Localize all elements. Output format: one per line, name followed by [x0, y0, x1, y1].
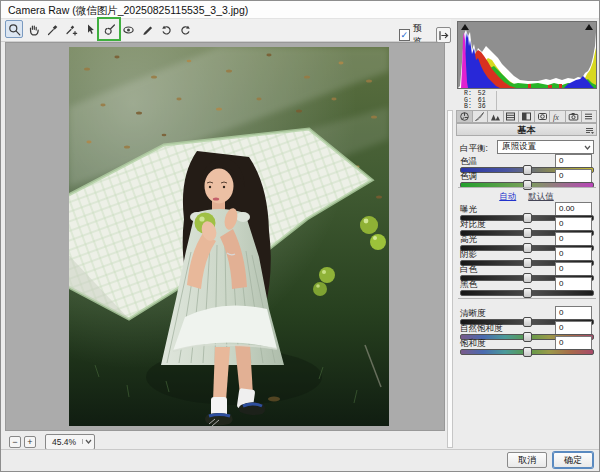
highlights-input[interactable]: 0: [555, 232, 592, 246]
panel-header: 基本: [456, 123, 597, 136]
vibrance-input[interactable]: 0: [555, 321, 592, 335]
magnifier-icon: [8, 23, 21, 36]
tab-split-toning[interactable]: [518, 110, 534, 123]
shadows-input[interactable]: 0: [555, 247, 592, 261]
temperature-input[interactable]: 0: [555, 154, 592, 168]
slider-thumb[interactable]: [523, 288, 532, 298]
white-balance-value: 原照设置: [498, 141, 581, 153]
zoom-level-select[interactable]: 45.4%: [45, 434, 95, 450]
divider: [458, 298, 596, 299]
image-preview-area[interactable]: [5, 42, 445, 431]
list-icon: [583, 111, 594, 122]
tab-presets[interactable]: [581, 110, 598, 123]
saturation-row: 饱和度 0: [460, 336, 594, 350]
checkbox-check-icon: ✓: [399, 29, 410, 41]
split-toning-icon: [521, 111, 532, 122]
histogram-plot: [458, 24, 596, 88]
targeted-adjustment-tool[interactable]: [81, 20, 99, 38]
auto-link[interactable]: 自动: [499, 191, 516, 201]
divider: [458, 187, 596, 188]
saturation-input[interactable]: 0: [555, 336, 592, 350]
tab-basic[interactable]: [456, 110, 472, 123]
brush-icon: [141, 23, 154, 36]
fullscreen-toggle-button[interactable]: [436, 27, 451, 43]
zoom-tool[interactable]: [5, 20, 23, 38]
slider-thumb[interactable]: [523, 180, 532, 190]
camera-icon: [568, 111, 579, 122]
panel-menu-icon[interactable]: [585, 126, 594, 138]
saturation-slider[interactable]: [460, 349, 594, 355]
curve-icon: [474, 111, 485, 122]
sharpen-icon: [490, 111, 501, 122]
blacks-slider[interactable]: [460, 290, 594, 296]
vibrance-row: 自然饱和度 0: [460, 321, 594, 335]
shadows-row: 阴影 0: [460, 247, 594, 261]
histogram[interactable]: [457, 21, 597, 89]
tab-tone-curve[interactable]: [472, 110, 488, 123]
rotate-left-button[interactable]: [157, 20, 175, 38]
adjustment-brush-tool[interactable]: [138, 20, 156, 38]
tab-effects[interactable]: fx: [549, 110, 565, 123]
tint-row: 色调 0: [460, 169, 594, 183]
contrast-row: 对比度 0: [460, 217, 594, 231]
whites-row: 白色 0: [460, 262, 594, 276]
photo-canvas: [69, 47, 389, 426]
exposure-row: 曝光 0.00: [460, 202, 594, 216]
tab-camera-calibration[interactable]: [565, 110, 581, 123]
zoom-out-button[interactable]: −: [9, 436, 21, 448]
aperture-icon: [459, 111, 470, 122]
panel-scrollbar[interactable]: [447, 110, 453, 448]
tab-lens-corrections[interactable]: [534, 110, 550, 123]
highlights-row: 高光 0: [460, 232, 594, 246]
title-bar: Camera Raw (微信图片_20250825115535_3_3.jpg): [1, 1, 599, 19]
tab-detail[interactable]: [487, 110, 503, 123]
lens-icon: [537, 111, 548, 122]
target-cursor-icon: [84, 23, 97, 36]
spot-removal-tool[interactable]: [100, 20, 118, 38]
color-sampler-tool[interactable]: [62, 20, 80, 38]
color-sampler-icon: [65, 23, 78, 36]
panel-tabbar: fx: [456, 110, 597, 124]
toolbar: ✓ 预览: [1, 19, 451, 42]
camera-raw-dialog: Camera Raw (微信图片_20250825115535_3_3.jpg)…: [0, 0, 600, 472]
hand-icon: [27, 23, 40, 36]
zoom-bar: − + 45.4%: [5, 433, 445, 450]
clarity-input[interactable]: 0: [555, 306, 592, 320]
blacks-input[interactable]: 0: [555, 277, 592, 291]
window-title: Camera Raw (微信图片_20250825115535_3_3.jpg): [8, 4, 248, 16]
rotate-left-icon: [160, 23, 173, 36]
zoom-in-button[interactable]: +: [24, 436, 36, 448]
spot-removal-icon: [103, 23, 116, 36]
eye-icon: [122, 23, 135, 36]
hsl-icon: [505, 111, 516, 122]
white-balance-tool[interactable]: [43, 20, 61, 38]
zoom-level-value: 45.4%: [46, 437, 82, 447]
eyedropper-icon: [46, 23, 59, 36]
tab-hsl-grayscale[interactable]: [503, 110, 519, 123]
tool-group: [5, 20, 195, 38]
fullscreen-icon: [438, 30, 449, 41]
white-balance-select[interactable]: 原照设置: [497, 140, 594, 154]
rotate-right-icon: [179, 23, 192, 36]
rgb-readout: R:52 G:61 B:36: [457, 91, 497, 111]
contrast-input[interactable]: 0: [555, 217, 592, 231]
blacks-row: 黑色 0: [460, 277, 594, 291]
footer-divider: [1, 449, 599, 450]
panel-title: 基本: [518, 125, 536, 135]
cancel-button[interactable]: 取消: [507, 452, 547, 468]
ok-button[interactable]: 确定: [553, 452, 593, 468]
fx-icon: fx: [552, 111, 563, 122]
default-link[interactable]: 默认值: [528, 191, 554, 201]
red-eye-tool[interactable]: [119, 20, 137, 38]
temperature-row: 色温 0: [460, 154, 594, 168]
hand-tool[interactable]: [24, 20, 42, 38]
chevron-down-icon: [581, 145, 593, 150]
whites-input[interactable]: 0: [555, 262, 592, 276]
svg-text:fx: fx: [553, 113, 559, 122]
rotate-right-button[interactable]: [176, 20, 194, 38]
chevron-down-icon: [82, 439, 94, 444]
slider-thumb[interactable]: [523, 347, 532, 357]
exposure-input[interactable]: 0.00: [555, 202, 592, 216]
tint-input[interactable]: 0: [555, 169, 592, 183]
white-balance-row: 白平衡: 原照设置: [460, 140, 594, 155]
